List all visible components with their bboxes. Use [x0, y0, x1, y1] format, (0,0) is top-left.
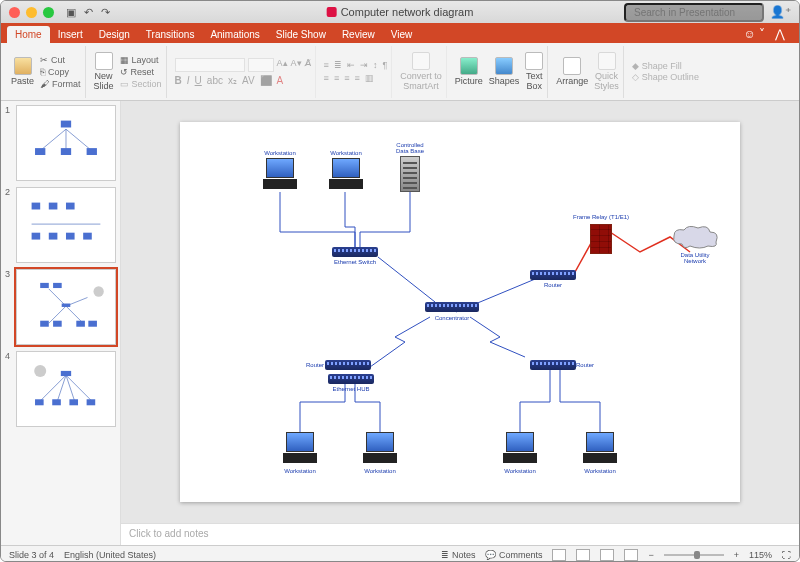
font-color-button[interactable]: A [277, 75, 284, 86]
tab-home[interactable]: Home [7, 26, 50, 43]
convert-smartart-button[interactable]: Convert to SmartArt [400, 52, 442, 91]
text-direction-icon[interactable]: ¶ [382, 60, 387, 70]
thumb-4[interactable]: 4 [5, 351, 116, 427]
clear-format-icon[interactable]: A̸ [305, 58, 311, 72]
concentrator-node[interactable] [425, 302, 479, 312]
highlight-button[interactable]: ⬛ [260, 75, 272, 86]
subscript-button[interactable]: x₂ [228, 75, 237, 86]
router-node[interactable] [530, 270, 576, 280]
close-window[interactable] [9, 7, 20, 18]
align-left-icon[interactable]: ≡ [324, 73, 329, 83]
workstation-node[interactable] [282, 432, 318, 466]
bullets-icon[interactable]: ≡ [324, 60, 329, 70]
copy-button[interactable]: ⎘Copy [40, 67, 81, 77]
tab-transitions[interactable]: Transitions [138, 26, 203, 43]
fill-icon: ◆ [632, 61, 639, 71]
quick-styles-button[interactable]: Quick Styles [594, 52, 619, 91]
workstation-node[interactable] [362, 432, 398, 466]
slide-canvas[interactable]: Workstation Workstation Controlled Data … [180, 122, 740, 502]
align-right-icon[interactable]: ≡ [344, 73, 349, 83]
zoom-slider[interactable] [664, 554, 724, 556]
shape-fill-button[interactable]: ◆Shape Fill [632, 61, 682, 71]
zoom-level[interactable]: 115% [749, 550, 772, 560]
normal-view-icon[interactable] [552, 549, 566, 561]
section-icon: ▭ [120, 79, 129, 89]
notes-pane[interactable]: Click to add notes [121, 523, 799, 545]
picture-button[interactable]: Picture [455, 57, 483, 86]
thumb-1[interactable]: 1 [5, 105, 116, 181]
hub-node[interactable] [328, 374, 374, 384]
router-node[interactable] [530, 360, 576, 370]
workstation-node[interactable] [502, 432, 538, 466]
svg-rect-34 [52, 399, 61, 405]
superscript-button[interactable]: AV [242, 75, 255, 86]
switch-node[interactable] [332, 247, 378, 257]
ribbon-help-icon[interactable]: ☺ ˅ ⋀ [735, 25, 793, 43]
minimize-window[interactable] [26, 7, 37, 18]
tab-design[interactable]: Design [91, 26, 138, 43]
language-indicator[interactable]: English (United States) [64, 550, 156, 560]
font-size-input[interactable] [248, 58, 274, 72]
section-button[interactable]: ▭Section [120, 79, 162, 89]
new-slide-icon [95, 52, 113, 70]
line-spacing-icon[interactable]: ↕ [373, 60, 378, 70]
tab-review[interactable]: Review [334, 26, 383, 43]
comments-toggle[interactable]: 💬 Comments [485, 550, 542, 560]
shape-outline-button[interactable]: ◇Shape Outline [632, 72, 699, 82]
workstation-node[interactable] [328, 158, 364, 192]
textbox-button[interactable]: Text Box [525, 52, 543, 91]
cut-button[interactable]: ✂Cut [40, 55, 81, 65]
label: Frame Relay (T1/E1) [573, 214, 629, 220]
workstation-node[interactable] [582, 432, 618, 466]
cloud-node[interactable] [670, 224, 720, 250]
server-node[interactable] [400, 156, 420, 192]
svg-rect-23 [53, 321, 62, 327]
thumb-3[interactable]: 3 [5, 269, 116, 345]
thumb-2[interactable]: 2 [5, 187, 116, 263]
reset-button[interactable]: ↺Reset [120, 67, 162, 77]
qat-save-icon[interactable]: ▣ [66, 6, 76, 19]
bold-button[interactable]: B [175, 75, 182, 86]
italic-button[interactable]: I [187, 75, 190, 86]
new-slide-button[interactable]: New Slide [94, 52, 114, 91]
decrease-font-icon[interactable]: A▾ [291, 58, 302, 72]
paste-button[interactable]: Paste [11, 57, 34, 86]
columns-icon[interactable]: ▥ [365, 73, 374, 83]
reading-view-icon[interactable] [600, 549, 614, 561]
qat-redo-icon[interactable]: ↷ [101, 6, 110, 19]
search-input[interactable] [624, 3, 764, 22]
zoom-out-icon[interactable]: − [648, 550, 653, 560]
zoom-window[interactable] [43, 7, 54, 18]
indent-right-icon[interactable]: ⇥ [360, 60, 368, 70]
svg-rect-14 [83, 233, 92, 240]
svg-rect-12 [49, 233, 58, 240]
notes-toggle[interactable]: ≣ Notes [441, 550, 475, 560]
sorter-view-icon[interactable] [576, 549, 590, 561]
router-node[interactable] [325, 360, 371, 370]
tab-view[interactable]: View [383, 26, 421, 43]
arrange-button[interactable]: Arrange [556, 57, 588, 86]
fit-to-window-icon[interactable]: ⛶ [782, 550, 791, 560]
layout-button[interactable]: ▦Layout [120, 55, 162, 65]
indent-left-icon[interactable]: ⇤ [347, 60, 355, 70]
qat-undo-icon[interactable]: ↶ [84, 6, 93, 19]
numbering-icon[interactable]: ≣ [334, 60, 342, 70]
align-center-icon[interactable]: ≡ [334, 73, 339, 83]
font-face-input[interactable] [175, 58, 245, 72]
svg-rect-35 [69, 399, 78, 405]
tab-animations[interactable]: Animations [202, 26, 267, 43]
share-icon[interactable]: 👤⁺ [770, 5, 791, 19]
workstation-node[interactable] [262, 158, 298, 192]
strike-button[interactable]: abc [207, 75, 223, 86]
tab-insert[interactable]: Insert [50, 26, 91, 43]
quick-styles-icon [598, 52, 616, 70]
tab-slideshow[interactable]: Slide Show [268, 26, 334, 43]
underline-button[interactable]: U [195, 75, 202, 86]
format-button[interactable]: 🖌Format [40, 79, 81, 89]
increase-font-icon[interactable]: A▴ [277, 58, 288, 72]
shapes-button[interactable]: Shapes [489, 57, 520, 86]
firewall-node[interactable] [590, 224, 612, 254]
zoom-in-icon[interactable]: + [734, 550, 739, 560]
justify-icon[interactable]: ≡ [354, 73, 359, 83]
slideshow-view-icon[interactable] [624, 549, 638, 561]
